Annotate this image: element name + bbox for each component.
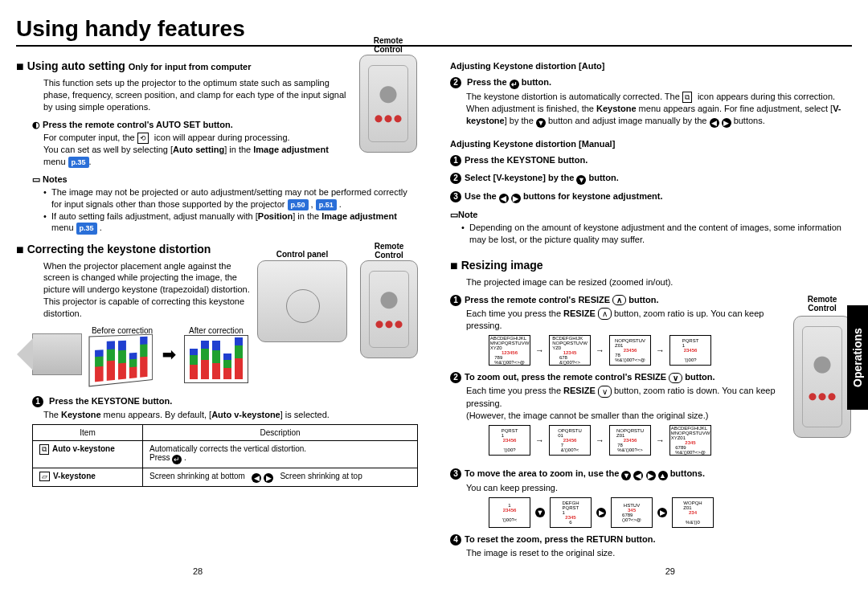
resize-step4: 4To reset the zoom, press the RETURN but… xyxy=(450,534,852,546)
note-list-2: Depending on the amount of keystone adju… xyxy=(461,222,852,246)
right-button-icon: ▶ xyxy=(646,471,656,480)
left-button-icon: ◀ xyxy=(710,118,719,128)
man-step3: 3Use the ◀ ▶ buttons for keystone adjust… xyxy=(450,191,852,203)
section-auto-setting: ■Using auto setting Only for input from … xyxy=(16,59,418,74)
up-button-icon: ▲ xyxy=(658,471,668,480)
remote-label-1: Remote Control xyxy=(360,36,416,54)
resize-step1: 1Press the remote control's RESIZE ∧ but… xyxy=(450,295,852,306)
step-1-icon: 1 xyxy=(32,396,43,407)
enter-button-icon: ↵ xyxy=(172,455,182,464)
adj-auto-step2: 2 Press the ↵ button. xyxy=(450,77,852,89)
page-ref-35b: p.35 xyxy=(76,223,97,234)
adj-manual-heading: Adjusting Keystone distortion [Manual] xyxy=(450,139,852,149)
resize-step3: 3To move the area to zoom in, use the ▼ … xyxy=(450,468,852,480)
zoom-out-sequence: PQRST123456'()00? → OPQRSTU01234567&'()0… xyxy=(489,425,786,456)
down-button-icon: ▼ xyxy=(621,471,631,480)
resize-step2: 2To zoom out, press the remote control's… xyxy=(450,372,852,383)
side-tab-operations: Operations xyxy=(847,305,868,410)
down-button-icon: ▼ xyxy=(576,175,586,185)
chart-before xyxy=(88,334,152,387)
processing-icon: ⟲ xyxy=(137,133,149,144)
table-row: ▱V-keystone Screen shrinking at bottom ◀… xyxy=(33,468,418,486)
control-panel-figure: Control panel xyxy=(257,260,347,342)
resize-step3-desc: You can keep pressing. xyxy=(466,482,852,494)
page-ref-51: p.51 xyxy=(316,199,337,210)
left-button-icon: ◀ xyxy=(499,194,509,203)
left-button-icon: ◀ xyxy=(633,471,643,480)
remote-figure-1: Remote Control xyxy=(358,55,418,153)
auto-keystone-icon: ⧉ xyxy=(39,444,49,455)
remote-label-2: Remote Control xyxy=(361,242,417,260)
left-column: Remote Control ■Using auto setting Only … xyxy=(16,55,418,558)
adj-auto-desc: The keystone distortion is automatically… xyxy=(466,91,852,128)
keystone-illustration: Before correction ➡ After correction xyxy=(32,326,252,383)
page-ref-35a: p.35 xyxy=(68,157,89,168)
v-keystone-icon: ▱ xyxy=(39,472,50,481)
table-row: ⧉Auto v-keystone Automatically corrects … xyxy=(33,440,418,468)
resize-desc: The projected image can be resized (zoom… xyxy=(466,276,836,288)
move-sequence: 123456'()00?< ▼ DEFGHPQRST123456 ▶ HSTUV… xyxy=(489,497,852,528)
notes-list-1: The image may not be projected or auto a… xyxy=(43,186,418,235)
remote-figure-2: Remote Control xyxy=(360,260,418,358)
chart-after xyxy=(184,335,248,383)
right-button-icon: ▶ xyxy=(722,118,731,128)
table-header-item: Item xyxy=(33,424,143,440)
keystone-step1-desc: The Keystone menu appears. By default, [… xyxy=(43,409,418,421)
down-button-icon: ▼ xyxy=(536,118,546,128)
resize-down-icon: ∨ xyxy=(669,373,682,383)
auto-setting-desc: This function sets up the projector to t… xyxy=(43,77,402,113)
arrow-right-icon: ➡ xyxy=(162,345,176,364)
page-title: Using handy features xyxy=(16,16,852,42)
keystone-step1: 1 Press the KEYSTONE button. xyxy=(32,396,418,407)
right-button-icon: ▶ xyxy=(264,473,273,483)
man-step2: 2Select [V-keystone] by the ▼ button. xyxy=(450,173,852,185)
section-keystone: ■Correcting the keystone distortion xyxy=(16,243,418,257)
enter-button-icon: ↵ xyxy=(510,80,519,89)
projector-icon xyxy=(32,333,82,375)
right-column: Adjusting Keystone distortion [Auto] 2 P… xyxy=(450,55,852,558)
note-heading-2: ▭Note xyxy=(450,210,852,220)
resize-up-icon: ∧ xyxy=(612,295,626,305)
right-button-icon: ▶ xyxy=(511,194,521,203)
title-rule xyxy=(16,45,852,47)
remote-figure-3: Remote Control ④ ③ ① ② xyxy=(792,295,852,439)
table-header-desc: Description xyxy=(143,424,418,440)
keystone-table: Item Description ⧉Auto v-keystone Automa… xyxy=(32,424,418,487)
man-step1: 1Press the KEYSTONE button. xyxy=(450,155,852,166)
page-numbers: 28 29 xyxy=(16,566,852,576)
left-button-icon: ◀ xyxy=(252,473,261,483)
page-ref-50: p.50 xyxy=(288,199,309,210)
section-resize: ■Resizing image xyxy=(450,259,852,273)
zoom-in-sequence: ABCDEFGHIJKLMNOPQRSTUVWXYZ0123456789%&'(… xyxy=(489,335,786,366)
resize-step4-desc: The image is reset to the original size. xyxy=(466,547,852,559)
correction-icon: ⧉ xyxy=(682,92,692,103)
adj-auto-heading: Adjusting Keystone distortion [Auto] xyxy=(450,61,852,71)
notes-header-1: ▭ Notes xyxy=(32,174,418,185)
